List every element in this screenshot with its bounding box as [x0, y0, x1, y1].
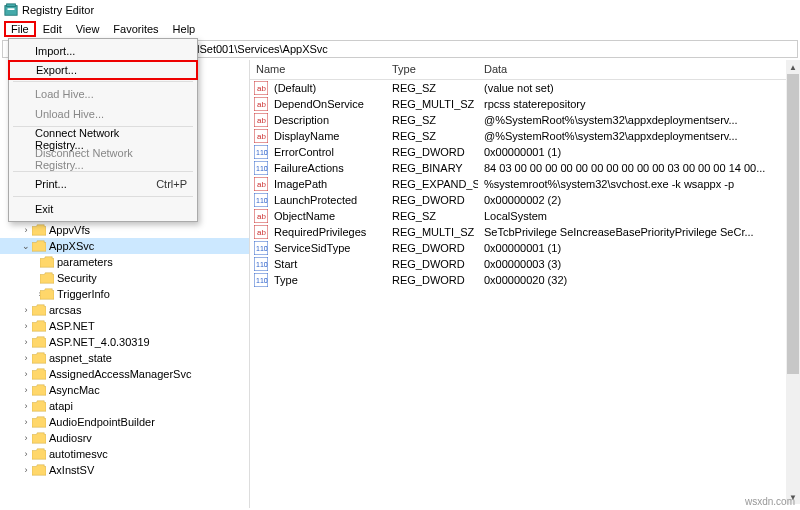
- app-icon: [4, 3, 18, 17]
- values-pane: Name Type Data ab(Default)REG_SZ(value n…: [250, 60, 800, 508]
- menu-export[interactable]: Export...: [8, 60, 198, 80]
- chevron-right-icon[interactable]: ›: [20, 385, 32, 395]
- menu-help[interactable]: Help: [166, 22, 203, 36]
- tree-label: atapi: [49, 400, 73, 412]
- list-row[interactable]: 110LaunchProtectedREG_DWORD0x00000002 (2…: [250, 192, 800, 208]
- tree-item-audioendpointbuilder[interactable]: ›AudioEndpointBuilder: [0, 414, 249, 430]
- string-value-icon: ab: [254, 113, 268, 127]
- value-data: 0x00000020 (32): [478, 274, 800, 286]
- tree-item-asp.net_4.0.30319[interactable]: ›ASP.NET_4.0.30319: [0, 334, 249, 350]
- list-row[interactable]: 110ServiceSidTypeREG_DWORD0x00000001 (1): [250, 240, 800, 256]
- tree-item-axinstsv[interactable]: ›AxInstSV: [0, 462, 249, 478]
- tree-item-appvvfs[interactable]: ›AppvVfs: [0, 222, 249, 238]
- menu-view[interactable]: View: [69, 22, 107, 36]
- scroll-up-icon[interactable]: ▲: [786, 60, 800, 74]
- tree-item-asyncmac[interactable]: ›AsyncMac: [0, 382, 249, 398]
- value-type: REG_SZ: [386, 130, 478, 142]
- value-name: RequiredPrivileges: [268, 226, 386, 238]
- binary-value-icon: 110: [254, 145, 268, 159]
- value-data: 0x00000002 (2): [478, 194, 800, 206]
- list-row[interactable]: ab(Default)REG_SZ(value not set): [250, 80, 800, 96]
- value-name: Type: [268, 274, 386, 286]
- value-type: REG_EXPAND_SZ: [386, 178, 478, 190]
- tree-item-audiosrv[interactable]: ›Audiosrv: [0, 430, 249, 446]
- binary-value-icon: 110: [254, 257, 268, 271]
- chevron-right-icon[interactable]: ›: [20, 353, 32, 363]
- list-row[interactable]: 110StartREG_DWORD0x00000003 (3): [250, 256, 800, 272]
- svg-text:ab: ab: [257, 228, 266, 237]
- value-data: @%SystemRoot%\system32\appxdeploymentser…: [478, 130, 800, 142]
- svg-text:ab: ab: [257, 180, 266, 189]
- tree-item-parameters[interactable]: parameters: [0, 254, 249, 270]
- vertical-scrollbar[interactable]: ▲ ▼: [786, 60, 800, 504]
- svg-text:110: 110: [256, 149, 268, 156]
- value-type: REG_DWORD: [386, 258, 478, 270]
- tree-item-triggerinfo[interactable]: ›TriggerInfo: [0, 286, 249, 302]
- string-value-icon: ab: [254, 177, 268, 191]
- menu-favorites[interactable]: Favorites: [106, 22, 165, 36]
- tree-item-autotimesvc[interactable]: ›autotimesvc: [0, 446, 249, 462]
- chevron-right-icon[interactable]: ›: [20, 321, 32, 331]
- tree-item-asp.net[interactable]: ›ASP.NET: [0, 318, 249, 334]
- menu-print[interactable]: Print... Ctrl+P: [9, 174, 197, 194]
- header-data[interactable]: Data: [478, 60, 800, 79]
- header-name[interactable]: Name: [250, 60, 386, 79]
- chevron-right-icon[interactable]: ›: [20, 225, 32, 235]
- value-name: ImagePath: [268, 178, 386, 190]
- svg-text:110: 110: [256, 261, 268, 268]
- chevron-right-icon[interactable]: ›: [20, 433, 32, 443]
- chevron-right-icon[interactable]: ›: [20, 401, 32, 411]
- list-row[interactable]: abDependOnServiceREG_MULTI_SZrpcss state…: [250, 96, 800, 112]
- list-row[interactable]: 110ErrorControlREG_DWORD0x00000001 (1): [250, 144, 800, 160]
- list-row[interactable]: abObjectNameREG_SZLocalSystem: [250, 208, 800, 224]
- list-row[interactable]: abDisplayNameREG_SZ@%SystemRoot%\system3…: [250, 128, 800, 144]
- tree-label: Audiosrv: [49, 432, 92, 444]
- menu-bar: File Edit View Favorites Help: [0, 20, 800, 38]
- header-type[interactable]: Type: [386, 60, 478, 79]
- menu-connect-network[interactable]: Connect Network Registry...: [9, 129, 197, 149]
- tree-label: autotimesvc: [49, 448, 108, 460]
- list-row[interactable]: 110TypeREG_DWORD0x00000020 (32): [250, 272, 800, 288]
- folder-icon: [32, 368, 46, 380]
- value-type: REG_DWORD: [386, 242, 478, 254]
- menu-file[interactable]: File: [4, 21, 36, 37]
- scroll-thumb[interactable]: [787, 74, 799, 374]
- window-title: Registry Editor: [22, 4, 94, 16]
- menu-exit[interactable]: Exit: [9, 199, 197, 219]
- list-body[interactable]: ab(Default)REG_SZ(value not set)abDepend…: [250, 80, 800, 508]
- value-data: %systemroot%\system32\svchost.exe -k wsa…: [478, 178, 800, 190]
- value-name: ServiceSidType: [268, 242, 386, 254]
- tree-item-atapi[interactable]: ›atapi: [0, 398, 249, 414]
- folder-icon: [32, 352, 46, 364]
- list-row[interactable]: abImagePathREG_EXPAND_SZ%systemroot%\sys…: [250, 176, 800, 192]
- menu-import[interactable]: Import...: [9, 41, 197, 61]
- tree-item-security[interactable]: Security: [0, 270, 249, 286]
- chevron-right-icon[interactable]: ›: [20, 465, 32, 475]
- list-row[interactable]: abDescriptionREG_SZ@%SystemRoot%\system3…: [250, 112, 800, 128]
- menu-edit[interactable]: Edit: [36, 22, 69, 36]
- value-data: 84 03 00 00 00 00 00 00 00 00 00 00 03 0…: [478, 162, 800, 174]
- value-data: SeTcbPrivilege SeIncreaseBasePriorityPri…: [478, 226, 800, 238]
- tree-item-arcsas[interactable]: ›arcsas: [0, 302, 249, 318]
- chevron-right-icon[interactable]: ›: [20, 449, 32, 459]
- tree-item-assignedaccessmanagersvc[interactable]: ›AssignedAccessManagerSvc: [0, 366, 249, 382]
- list-row[interactable]: abRequiredPrivilegesREG_MULTI_SZSeTcbPri…: [250, 224, 800, 240]
- value-data: 0x00000001 (1): [478, 146, 800, 158]
- tree-label: AxInstSV: [49, 464, 94, 476]
- chevron-right-icon[interactable]: ›: [20, 337, 32, 347]
- value-type: REG_MULTI_SZ: [386, 98, 478, 110]
- tree-item-appxsvc[interactable]: ⌄AppXSvc: [0, 238, 249, 254]
- chevron-right-icon[interactable]: ›: [20, 369, 32, 379]
- folder-icon: [40, 288, 54, 300]
- menu-print-shortcut: Ctrl+P: [156, 178, 187, 190]
- value-name: ErrorControl: [268, 146, 386, 158]
- value-data: @%SystemRoot%\system32\appxdeploymentser…: [478, 114, 800, 126]
- list-row[interactable]: 110FailureActionsREG_BINARY84 03 00 00 0…: [250, 160, 800, 176]
- binary-value-icon: 110: [254, 161, 268, 175]
- tree-item-aspnet_state[interactable]: ›aspnet_state: [0, 350, 249, 366]
- chevron-down-icon[interactable]: ⌄: [20, 241, 32, 251]
- tree-label: ASP.NET: [49, 320, 95, 332]
- value-type: REG_SZ: [386, 114, 478, 126]
- chevron-right-icon[interactable]: ›: [20, 417, 32, 427]
- chevron-right-icon[interactable]: ›: [20, 305, 32, 315]
